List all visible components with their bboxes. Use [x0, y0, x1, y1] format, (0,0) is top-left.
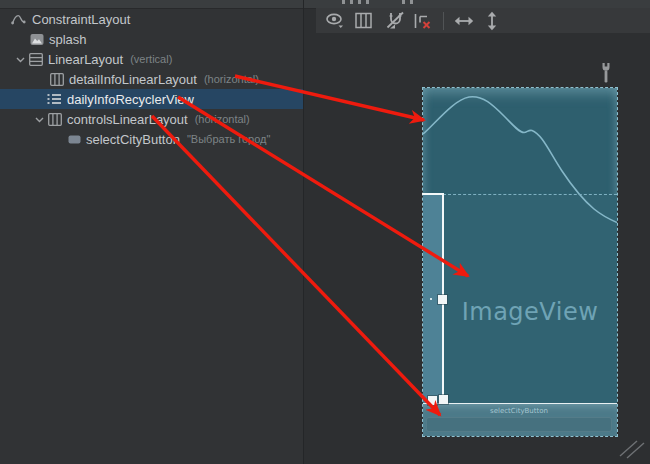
controls-bar[interactable]: selectCityButton — [423, 404, 617, 436]
design-surface-toolbar — [316, 8, 650, 34]
tree-item-label: LinearLayout — [48, 52, 123, 67]
constraint-layout-icon — [10, 12, 27, 27]
imageview-placeholder-label: ImageView — [443, 298, 617, 326]
resize-handle-bottom[interactable] — [439, 395, 448, 404]
linear-layout-horizontal-icon — [48, 113, 62, 126]
recycler-view-icon — [47, 93, 62, 105]
tree-item-splash[interactable]: splash — [0, 29, 303, 49]
view-options-eye-icon[interactable] — [322, 10, 348, 32]
blueprint-columns-icon[interactable] — [350, 10, 376, 32]
tree-item-suffix: (vertical) — [130, 53, 172, 65]
tree-item-label: ConstraintLayout — [32, 12, 130, 27]
tree-item-detailinfolinearlayout[interactable]: detailInfoLinearLayout (horizontal) — [0, 69, 303, 89]
toolbar-mark — [342, 0, 345, 4]
toolbar-mark — [350, 0, 353, 4]
tree-item-selectcitybutton[interactable]: selectCityButton "Выбрать город" — [0, 129, 303, 149]
component-tree-panel: ConstraintLayout splash LinearLayout (ve… — [0, 9, 303, 464]
tree-item-label: selectCityButton — [86, 132, 180, 147]
tree-item-suffix: (horizontal) — [195, 113, 250, 125]
image-view-icon — [30, 33, 44, 46]
linear-layout-vertical-icon — [29, 53, 43, 66]
tree-item-label: dailyInfoRecyclerView — [67, 92, 194, 107]
select-city-button-label: selectCityButton — [426, 407, 612, 415]
toolbar-separator — [443, 12, 444, 30]
tree-item-linearlayout[interactable]: LinearLayout (vertical) — [0, 49, 303, 69]
resize-handle-bottom-left[interactable] — [428, 396, 437, 405]
toolbar-mark — [358, 0, 361, 4]
tree-item-label: controlsLinearLayout — [67, 112, 188, 127]
tree-item-dailyinforecyclerview[interactable]: dailyInfoRecyclerView — [0, 89, 303, 109]
linear-layout-horizontal-icon — [50, 73, 64, 86]
expand-vertical-icon[interactable] — [479, 10, 505, 32]
resize-corner-icon[interactable] — [617, 437, 645, 463]
wrench-icon[interactable] — [599, 62, 613, 89]
clear-constraints-icon[interactable] — [410, 10, 436, 32]
anchor-dot — [430, 298, 432, 300]
select-city-button-preview[interactable]: selectCityButton — [426, 417, 612, 432]
tree-item-label: splash — [49, 32, 87, 47]
tree-item-constraintlayout[interactable]: ConstraintLayout — [0, 9, 303, 29]
tree-item-label: detailInfoLinearLayout — [69, 72, 197, 87]
expand-horizontal-icon[interactable] — [451, 10, 477, 32]
button-icon — [68, 135, 81, 144]
resize-handle-left[interactable] — [438, 295, 447, 304]
tree-item-suffix: "Выбрать город" — [187, 133, 270, 145]
chevron-down-icon[interactable] — [16, 55, 25, 64]
toolbar-mark — [402, 0, 405, 4]
toolbar-mark — [366, 0, 369, 4]
phone-preview[interactable]: ImageView selectCityButton — [423, 88, 617, 436]
selection-line-top — [422, 193, 444, 195]
tree-item-suffix: (horizontal) — [204, 73, 259, 85]
detail-info-section[interactable] — [423, 88, 617, 195]
layout-editor-window: ConstraintLayout splash LinearLayout (ve… — [0, 0, 650, 464]
toolbar-mark — [410, 0, 413, 4]
section-divider-dashed — [443, 194, 617, 195]
autoconnect-off-magnet-icon[interactable] — [382, 10, 408, 32]
tree-item-controlslinearlayout[interactable]: controlsLinearLayout (horizontal) — [0, 109, 303, 129]
chevron-down-icon[interactable] — [35, 115, 44, 124]
